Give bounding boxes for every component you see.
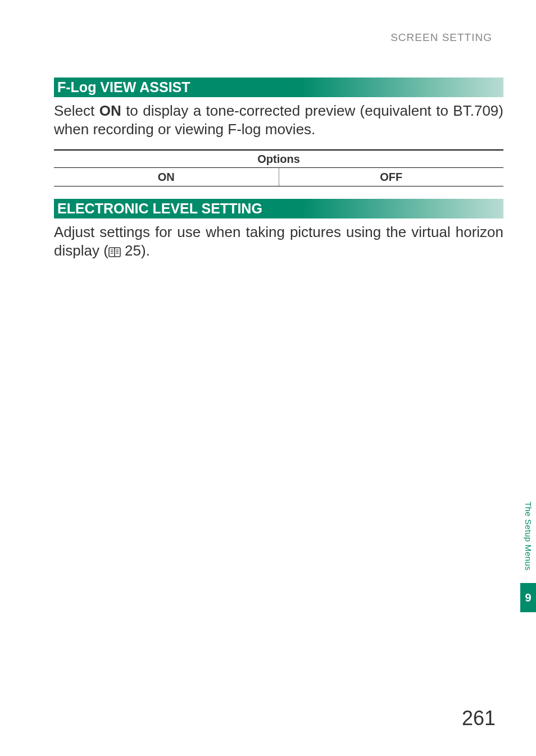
text-post: to display a tone-corrected preview (equ… <box>54 102 503 138</box>
text-bold-on: ON <box>99 102 121 119</box>
chapter-side-tab: The Setup Menus 9 <box>520 489 536 612</box>
svg-rect-1 <box>114 248 115 257</box>
table-row: ON OFF <box>54 167 503 186</box>
flog-description: Select ON to display a tone-corrected pr… <box>54 102 503 139</box>
options-header: Options <box>54 150 503 168</box>
section-heading-flog: F-Log VIEW ASSIST <box>54 78 503 97</box>
option-off: OFF <box>279 167 503 186</box>
side-tab-label-strip: The Setup Menus <box>520 489 536 583</box>
page-content: F-Log VIEW ASSIST Select ON to display a… <box>54 78 503 262</box>
page-ref-icon <box>108 243 121 262</box>
space <box>121 242 125 259</box>
page-number: 261 <box>462 707 496 730</box>
side-tab-label: The Setup Menus <box>524 502 533 571</box>
manual-page: SCREEN SETTING F-Log VIEW ASSIST Select … <box>0 0 536 756</box>
section-heading-level: ELECTRONIC LEVEL SETTING <box>54 199 503 218</box>
side-tab-chapter-number: 9 <box>520 583 536 612</box>
options-table: Options ON OFF <box>54 149 503 186</box>
running-head: SCREEN SETTING <box>390 31 492 44</box>
option-on: ON <box>54 167 279 186</box>
level-description: Adjust settings for use when taking pict… <box>54 223 503 262</box>
text-post: ). <box>141 242 150 259</box>
text-pre: Select <box>54 102 99 119</box>
ref-page-number: 25 <box>125 242 141 259</box>
